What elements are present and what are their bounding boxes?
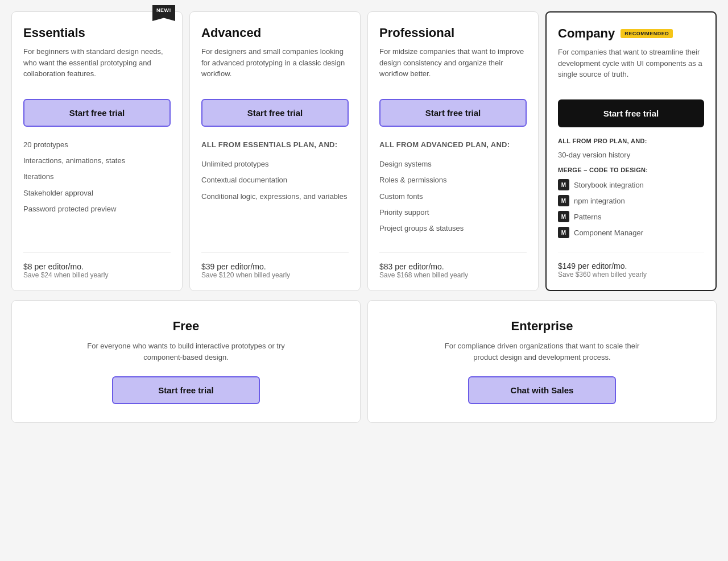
list-item: Roles & permissions [379,172,527,188]
essentials-badge-new: NEW! [152,5,175,21]
list-item: Custom fonts [379,189,527,205]
merge-item-component-manager-label: Component Manager [574,228,643,237]
company-save: Save $360 when billed yearly [558,271,704,279]
advanced-header: Advanced [201,26,349,40]
plan-card-professional: Professional For midsize companies that … [367,11,539,291]
advanced-cta-button[interactable]: Start free trial [201,99,349,127]
essentials-features: 20 prototypes Interactions, animations, … [23,137,171,241]
professional-features: ALL FROM ADVANCED PLAN, AND: Design syst… [379,137,527,241]
merge-item-patterns-label: Patterns [574,213,601,221]
advanced-description: For designers and small companies lookin… [201,46,349,89]
company-features-label: ALL FROM PRO PLAN, AND: [558,138,704,144]
free-cta-button[interactable]: Start free trial [112,376,260,404]
enterprise-description: For compliance driven organizations that… [440,340,644,363]
professional-features-label: ALL FROM ADVANCED PLAN, AND: [379,137,527,153]
professional-description: For midsize companies that want to impro… [379,46,527,89]
company-badge-recommended: RECOMMENDED [621,29,673,38]
professional-price: $83 per editor/mo. [379,262,527,271]
list-item: Unlimited prototypes [201,156,349,172]
company-cta-button[interactable]: Start free trial [558,99,704,127]
list-item: 30-day version history [558,148,704,162]
pricing-wrapper: Essentials NEW! For beginners with stand… [11,11,717,423]
advanced-save: Save $120 when billed yearly [201,271,349,279]
company-pricing: $149 per editor/mo. Save $360 when bille… [558,252,704,279]
merge-item-npm-label: npm integration [574,197,625,205]
professional-save: Save $168 when billed yearly [379,271,527,279]
plan-card-enterprise: Enterprise For compliance driven organiz… [367,300,717,423]
list-item: Conditional logic, expressions, and vari… [201,189,349,205]
free-description: For everyone who wants to build interact… [84,340,288,363]
list-item: Project groups & statuses [379,221,527,236]
merge-item-storybook: M Storybook integration [558,177,704,193]
list-item: Stakeholder approval [23,185,171,201]
advanced-features-label: ALL FROM ESSENTIALS PLAN, AND: [201,137,349,153]
company-title: Company [558,26,615,41]
list-item: Contextual documentation [201,172,349,188]
free-title: Free [173,319,199,334]
essentials-title: Essentials [23,26,85,40]
professional-title: Professional [379,26,454,40]
merge-item-component-manager: M Component Manager [558,225,704,240]
advanced-title: Advanced [201,26,261,40]
essentials-header: Essentials NEW! [23,26,171,40]
plan-card-advanced: Advanced For designers and small compani… [189,11,361,291]
merge-item-npm: M npm integration [558,193,704,209]
professional-cta-button[interactable]: Start free trial [379,99,527,127]
top-plans-grid: Essentials NEW! For beginners with stand… [11,11,717,291]
professional-pricing: $83 per editor/mo. Save $168 when billed… [379,252,527,279]
company-price: $149 per editor/mo. [558,261,704,271]
merge-icon-component-manager: M [558,227,569,238]
company-merge-label: MERGE – CODE TO DESIGN: [558,167,704,173]
essentials-description: For beginners with standard design needs… [23,46,171,89]
merge-item-storybook-label: Storybook integration [574,181,644,189]
merge-icon-storybook: M [558,179,569,190]
plan-card-free: Free For everyone who wants to build int… [11,300,361,423]
essentials-pricing: $8 per editor/mo. Save $24 when billed y… [23,252,171,279]
company-features: ALL FROM PRO PLAN, AND: 30-day version h… [558,138,704,240]
merge-icon-npm: M [558,195,569,206]
enterprise-cta-button[interactable]: Chat with Sales [468,376,616,404]
list-item: 20 prototypes [23,137,171,153]
advanced-price: $39 per editor/mo. [201,262,349,271]
essentials-cta-button[interactable]: Start free trial [23,99,171,127]
merge-icon-patterns: M [558,211,569,222]
list-item: Password protected preview [23,201,171,217]
essentials-save: Save $24 when billed yearly [23,271,171,279]
company-description: For companies that want to streamline th… [558,47,704,89]
enterprise-title: Enterprise [511,319,573,334]
essentials-price: $8 per editor/mo. [23,262,171,271]
company-header: Company RECOMMENDED [558,26,704,41]
plan-card-essentials: Essentials NEW! For beginners with stand… [11,11,183,291]
list-item: Iterations [23,169,171,185]
bottom-plans-grid: Free For everyone who wants to build int… [11,300,717,423]
advanced-features: ALL FROM ESSENTIALS PLAN, AND: Unlimited… [201,137,349,241]
merge-item-patterns: M Patterns [558,209,704,225]
list-item: Interactions, animations, states [23,153,171,169]
plan-card-company: Company RECOMMENDED For companies that w… [545,11,717,291]
advanced-pricing: $39 per editor/mo. Save $120 when billed… [201,252,349,279]
list-item: Priority support [379,205,527,221]
professional-header: Professional [379,26,527,40]
list-item: Design systems [379,156,527,172]
